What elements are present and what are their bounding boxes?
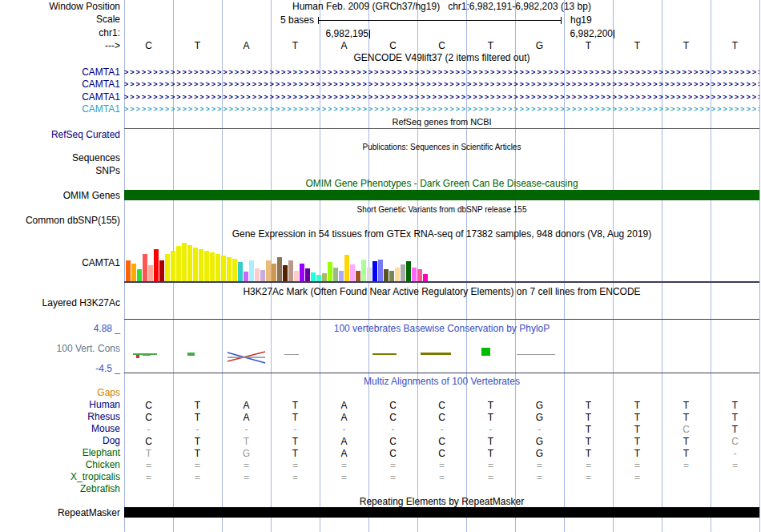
gtex-expression-bar[interactable] (316, 275, 321, 281)
alignment-base (662, 388, 711, 400)
gtex-expression-bar[interactable] (210, 252, 215, 281)
gtex-expression-bar[interactable] (322, 273, 327, 281)
publications-snps-label[interactable]: SNPs (0, 166, 120, 176)
multiz-alignment-row[interactable] (124, 484, 759, 496)
multiz-species-label[interactable]: X_tropicalis (0, 472, 120, 482)
gencode-transcript-arrows[interactable]: >>>>>>>>>>>>>>>>>>>>>>>>>>>>>>>>>>>>>>>>… (124, 92, 759, 103)
gtex-expression-bar[interactable] (126, 260, 131, 281)
alignment-base: T (564, 412, 613, 424)
gtex-expression-bar[interactable] (328, 262, 332, 281)
multiz-alignment-row[interactable]: CTTTACCTGTTTC (124, 436, 759, 448)
gtex-expression-bar[interactable] (148, 265, 153, 281)
alignment-base (711, 484, 759, 496)
gtex-expression-bar[interactable] (171, 251, 175, 281)
gtex-expression-bar[interactable] (154, 249, 159, 281)
dbsnp-label[interactable]: Common dbSNP(155) (0, 216, 120, 226)
multiz-species-label[interactable]: Zebrafish (0, 484, 120, 494)
gtex-expression-bar[interactable] (344, 255, 349, 281)
gtex-expression-bar[interactable] (266, 260, 271, 281)
gtex-expression-bar[interactable] (367, 268, 372, 281)
gtex-expression-bar[interactable] (238, 262, 243, 281)
multiz-species-label[interactable]: Gaps (0, 388, 120, 398)
repeatmasker-label[interactable]: RepeatMasker (0, 508, 120, 518)
gtex-expression-bar[interactable] (311, 272, 316, 281)
gtex-expression-bar[interactable] (406, 261, 411, 281)
gtex-expression-bar[interactable] (221, 256, 226, 281)
gtex-expression-bar[interactable] (176, 246, 181, 281)
gtex-expression-bar[interactable] (232, 259, 237, 281)
gtex-expression-bar[interactable] (199, 249, 203, 281)
omim-gene-item[interactable] (124, 190, 759, 200)
gtex-expression-bar[interactable] (272, 264, 276, 281)
multiz-alignment-row[interactable]: CTATACCTGTTTT (124, 412, 759, 424)
multiz-alignment-row[interactable]: ============= (124, 460, 759, 472)
gtex-expression-bar[interactable] (182, 243, 187, 281)
refseq-dense-item[interactable] (124, 128, 759, 129)
gtex-expression-bar[interactable] (187, 245, 192, 281)
gtex-expression-bar[interactable] (333, 268, 338, 281)
gencode-transcript-label[interactable]: CAMTA1 (0, 92, 120, 103)
gtex-expression-bar[interactable] (215, 254, 220, 281)
gtex-expression-bar[interactable] (193, 248, 198, 281)
gtex-expression-bar[interactable] (305, 268, 310, 281)
gencode-transcript-arrows[interactable]: >>>>>>>>>>>>>>>>>>>>>>>>>>>>>>>>>>>>>>>>… (124, 67, 759, 78)
multiz-species-label[interactable]: Elephant (0, 448, 120, 458)
gtex-expression-bar[interactable] (260, 270, 265, 281)
multiz-species-label[interactable]: Chicken (0, 460, 120, 470)
gtex-expression-bar[interactable] (288, 260, 293, 281)
multiz-species-label[interactable]: Human (0, 400, 120, 410)
gtex-gene-label[interactable]: CAMTA1 (0, 258, 120, 268)
omim-genes-label[interactable]: OMIM Genes (0, 191, 120, 201)
gencode-transcript-arrows[interactable]: >>>>>>>>>>>>>>>>>>>>>>>>>>>>>>>>>>>>>>>>… (124, 104, 759, 115)
gencode-track-title: GENCODE V49lift37 (2 items filtered out) (124, 53, 759, 63)
gencode-transcript-label[interactable]: CAMTA1 (0, 67, 120, 78)
gtex-expression-bar[interactable] (137, 269, 142, 281)
gtex-expression-bar[interactable] (417, 269, 422, 281)
multiz-alignment-row[interactable] (124, 388, 759, 400)
multiz-species-label[interactable]: Mouse (0, 424, 120, 434)
multiz-species-label[interactable]: Rhesus (0, 412, 120, 422)
gencode-transcript-label[interactable]: CAMTA1 (0, 104, 120, 115)
gtex-expression-bar[interactable] (356, 271, 360, 281)
gencode-transcript-label[interactable]: CAMTA1 (0, 79, 120, 90)
gencode-transcript-arrows[interactable]: >>>>>>>>>>>>>>>>>>>>>>>>>>>>>>>>>>>>>>>>… (124, 79, 759, 90)
gtex-expression-bar[interactable] (384, 269, 389, 281)
multiz-alignment-row[interactable]: =========== (124, 472, 759, 484)
gtex-expression-bar[interactable] (294, 271, 299, 281)
gtex-expression-bar[interactable] (339, 271, 344, 281)
repeatmasker-item[interactable] (124, 507, 759, 518)
alignment-base: T (711, 412, 759, 424)
publications-sequences-label[interactable]: Sequences (0, 153, 120, 163)
gtex-expression-bar[interactable] (283, 265, 288, 281)
gtex-expression-bar[interactable] (159, 260, 164, 281)
gtex-expression-bar[interactable] (361, 260, 366, 281)
gtex-expression-bar[interactable] (300, 264, 304, 281)
gtex-expression-bar[interactable] (227, 257, 232, 281)
gtex-expression-bar[interactable] (423, 274, 428, 281)
h3k27ac-label[interactable]: Layered H3K27Ac (0, 298, 120, 308)
gtex-expression-bar[interactable] (389, 271, 394, 281)
gtex-expression-bar[interactable] (255, 268, 260, 281)
gtex-expression-bar[interactable] (401, 264, 405, 281)
refseq-curated-label[interactable]: RefSeq Curated (0, 130, 120, 140)
gtex-expression-bar[interactable] (143, 254, 147, 281)
gtex-expression-bar[interactable] (249, 260, 254, 281)
alignment-base: = (564, 472, 613, 484)
gtex-expression-bar[interactable] (131, 264, 136, 281)
gtex-expression-bar[interactable] (378, 260, 383, 281)
multiz-species-label[interactable]: Dog (0, 436, 120, 446)
gtex-expression-bar[interactable] (244, 272, 248, 281)
multiz-alignment-row[interactable]: TTGTACCTGTTT- (124, 448, 759, 460)
gtex-expression-bar[interactable] (395, 268, 400, 281)
multiz-alignment-row[interactable]: CTATACCTGTTTT (124, 400, 759, 412)
multiz-alignment-row[interactable]: ---------TTCT (124, 424, 759, 436)
strand-label[interactable]: ---> (0, 41, 120, 51)
gtex-expression-chart[interactable] (126, 243, 428, 281)
gtex-expression-bar[interactable] (165, 254, 170, 281)
gtex-expression-bar[interactable] (277, 257, 282, 281)
gtex-expression-bar[interactable] (350, 264, 355, 281)
conservation-track-label[interactable]: 100 Vert. Cons (0, 344, 120, 354)
gtex-expression-bar[interactable] (412, 268, 417, 281)
gtex-expression-bar[interactable] (372, 261, 377, 281)
gtex-expression-bar[interactable] (204, 251, 209, 281)
